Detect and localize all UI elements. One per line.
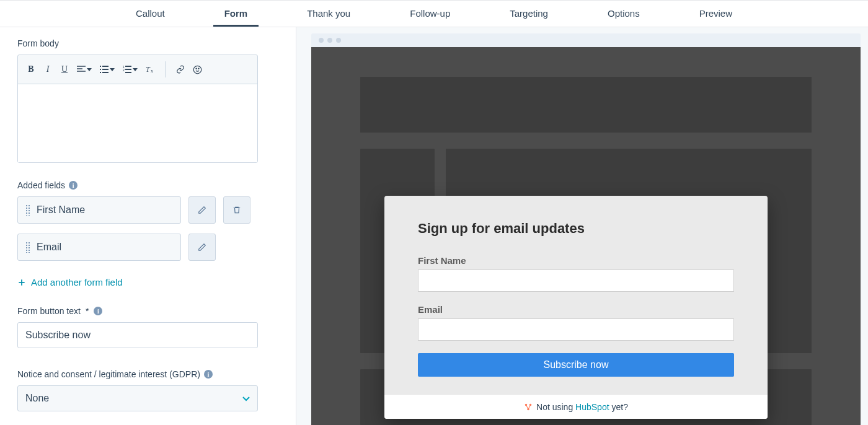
editor-toolbar: B I U 12 Tx (18, 55, 257, 84)
gdpr-selected-value: None (25, 393, 49, 404)
svg-rect-13 (125, 72, 131, 73)
field-label: First Name (37, 204, 85, 216)
tab-callout[interactable]: Callout (125, 1, 176, 27)
info-icon[interactable]: i (204, 370, 213, 379)
footer-brand: HubSpot (575, 402, 609, 412)
tab-preview[interactable]: Preview (688, 1, 743, 27)
preview-viewport: Sign up for email updates First Name Ema… (311, 47, 861, 425)
popup-first-name-input[interactable] (418, 269, 734, 292)
editor-textarea[interactable] (18, 84, 257, 162)
info-icon[interactable]: i (69, 181, 78, 190)
field-row-email: Email (17, 234, 278, 261)
tab-form[interactable]: Form (213, 1, 259, 27)
svg-line-25 (528, 405, 531, 409)
link-button[interactable] (176, 65, 185, 74)
field-row-first-name: First Name (17, 196, 278, 224)
form-body-label: Form body (17, 38, 278, 48)
svg-rect-3 (100, 66, 101, 67)
svg-text:T: T (146, 65, 151, 74)
info-icon[interactable]: i (94, 307, 102, 315)
svg-line-24 (526, 405, 529, 409)
svg-point-17 (196, 68, 197, 69)
popup-title: Sign up for email updates (418, 221, 734, 237)
field-first-name[interactable]: First Name (17, 196, 181, 224)
footer-text: yet? (609, 402, 628, 412)
tab-follow-up[interactable]: Follow-up (399, 1, 461, 27)
preview-browser-chrome: Sign up for email updates First Name Ema… (311, 33, 861, 425)
hubspot-icon (524, 403, 533, 411)
clear-formatting-button[interactable]: Tx (146, 65, 154, 74)
field-email[interactable]: Email (17, 234, 181, 261)
tab-targeting[interactable]: Targeting (498, 1, 559, 27)
popup-field-label: Email (418, 304, 734, 315)
edit-field-button[interactable] (188, 234, 216, 261)
svg-rect-8 (102, 72, 108, 73)
svg-text:2: 2 (123, 68, 125, 72)
editor-panel: Form body B I U 12 Tx (0, 27, 296, 425)
list-unordered-dropdown[interactable]: 12 (123, 66, 138, 73)
svg-rect-11 (125, 66, 131, 67)
svg-rect-4 (100, 69, 101, 70)
gdpr-label: Notice and consent / legitimate interest… (17, 369, 278, 379)
popup-field-label: First Name (418, 255, 734, 266)
popup-submit-button[interactable]: Subscribe now (418, 353, 734, 377)
rich-text-editor: B I U 12 Tx (17, 55, 258, 163)
emoji-button[interactable] (193, 65, 202, 74)
field-label: Email (37, 242, 61, 253)
tab-thank-you[interactable]: Thank you (296, 1, 361, 27)
drag-handle-icon[interactable] (25, 242, 30, 253)
align-dropdown[interactable] (77, 66, 92, 73)
svg-point-18 (198, 68, 199, 69)
button-text-label: Form button text* i (17, 306, 278, 316)
svg-text:x: x (151, 68, 153, 74)
add-field-link[interactable]: Add another form field (17, 277, 278, 287)
underline-button[interactable]: U (60, 64, 69, 74)
svg-point-16 (193, 66, 202, 74)
popup-form: Sign up for email updates First Name Ema… (384, 196, 768, 419)
drag-handle-icon[interactable] (25, 204, 30, 216)
svg-rect-12 (125, 69, 131, 70)
builder-tabs: Callout Form Thank you Follow-up Targeti… (0, 0, 868, 27)
tab-options[interactable]: Options (596, 1, 651, 27)
button-text-input[interactable] (17, 322, 258, 348)
window-dot (327, 38, 332, 43)
list-ordered-dropdown[interactable] (100, 66, 115, 73)
gdpr-select[interactable]: None (17, 385, 258, 411)
preview-panel: Sign up for email updates First Name Ema… (296, 27, 868, 425)
edit-field-button[interactable] (188, 196, 216, 224)
popup-footer[interactable]: Not using HubSpot yet? (384, 394, 768, 419)
added-fields-label: Added fields i (17, 180, 278, 190)
svg-rect-5 (100, 72, 101, 73)
chevron-down-icon (242, 393, 250, 404)
svg-rect-7 (102, 69, 108, 70)
popup-email-input[interactable] (418, 318, 734, 341)
delete-field-button[interactable] (223, 196, 250, 224)
italic-button[interactable]: I (43, 64, 52, 74)
window-dot (336, 38, 341, 43)
bold-button[interactable]: B (27, 64, 35, 74)
window-dot (319, 38, 324, 43)
footer-text: Not using (536, 402, 575, 412)
svg-rect-6 (102, 66, 108, 67)
placeholder-block (360, 77, 812, 133)
